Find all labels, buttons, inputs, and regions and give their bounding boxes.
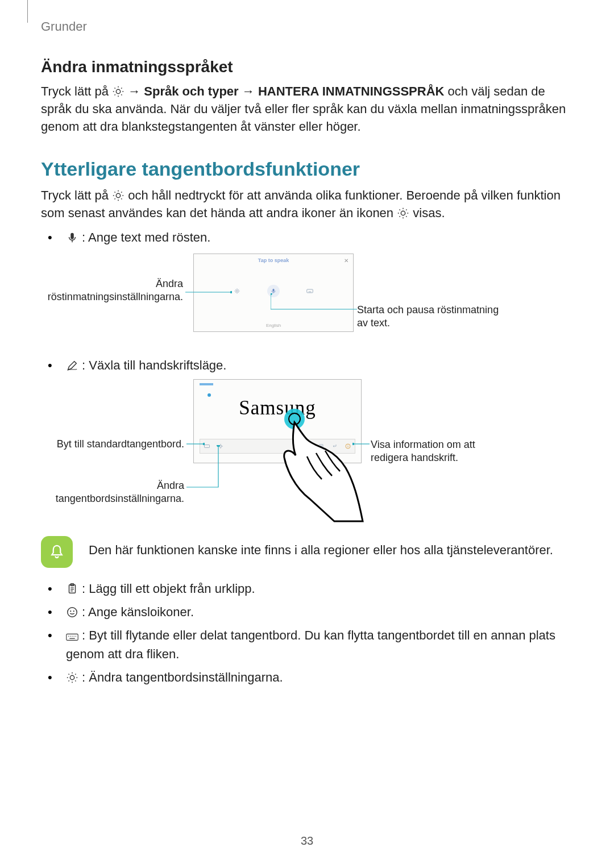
- text: Tryck lätt på: [41, 84, 112, 98]
- list-item-floating-keyboard: : Byt till flytande eller delat tangentb…: [48, 626, 573, 663]
- list-item-pen: : Växla till handskriftsläge.: [48, 356, 573, 375]
- text: Tryck lätt på: [41, 188, 112, 202]
- heading-change-input-language: Ändra inmatningsspråket: [41, 58, 573, 76]
- smile-icon: [66, 605, 78, 617]
- text-bold: Språk och typer: [144, 84, 238, 98]
- svg-rect-0: [70, 233, 74, 239]
- paragraph-change-input-language: Tryck lätt på → Språk och typer → HANTER…: [41, 83, 573, 135]
- gear-icon: [233, 287, 241, 295]
- list-item-text: : Växla till handskriftsläge.: [78, 358, 226, 372]
- list-item-clipboard: : Lägg till ett objekt från urklipp.: [48, 579, 573, 598]
- svg-point-41: [76, 636, 76, 637]
- callout-change-keyboard-settings: Ändra tangentbordsinställningarna.: [41, 479, 184, 506]
- enter-icon: [331, 443, 338, 450]
- svg-point-33: [68, 608, 77, 617]
- svg-point-40: [73, 636, 74, 637]
- svg-point-27: [352, 443, 354, 445]
- list-item-emoji: : Ange känsloikoner.: [48, 603, 573, 621]
- heading-more-keyboard-functions: Ytterligare tangentbordsfunktioner: [41, 158, 573, 180]
- svg-point-35: [73, 610, 74, 612]
- page-top-rule: [27, 0, 32, 23]
- gear-icon: [112, 189, 125, 202]
- panel-tab: [200, 383, 213, 385]
- svg-rect-5: [307, 289, 313, 293]
- svg-point-12: [271, 293, 272, 295]
- breadcrumb: Grunder: [41, 19, 573, 34]
- callout-voice-settings: Ändra röstinmatningsinställningarna.: [41, 277, 183, 304]
- svg-point-38: [70, 636, 70, 637]
- list-item-text: : Ange känsloikoner.: [78, 605, 194, 619]
- svg-rect-3: [273, 289, 275, 292]
- clipboard-icon: [66, 582, 78, 594]
- svg-point-19: [347, 445, 348, 445]
- text: →: [128, 84, 144, 98]
- callout-handwriting-info: Visa information om att redigera handskr…: [371, 438, 501, 465]
- svg-point-34: [70, 610, 71, 612]
- list-item-text: : Lägg till ett objekt från urklipp.: [78, 582, 255, 596]
- gear-icon: [397, 207, 409, 219]
- note-availability: Den här funktionen kanske inte finns i a…: [41, 536, 573, 568]
- close-icon: ✕: [344, 258, 349, 264]
- backspace-icon: [317, 443, 324, 450]
- list-item-keyboard-settings: : Ändra tangentbordsinställningarna.: [48, 668, 573, 687]
- info-icon: [345, 443, 351, 450]
- callout-start-pause-voice: Starta och pausa röstinmatning av text.: [357, 304, 505, 330]
- handwriting-sample: Samsung: [239, 397, 316, 420]
- gear-icon: [66, 670, 78, 683]
- keyboard-mode-icon: [66, 628, 78, 641]
- gear-icon: [112, 85, 125, 98]
- tap-to-speak-label: Tap to speak: [258, 258, 289, 263]
- svg-rect-36: [67, 634, 78, 641]
- paragraph-more-keyboard-functions: Tryck lätt på och håll nedtryckt för att…: [41, 187, 573, 222]
- text: visas.: [413, 206, 445, 220]
- page-number: 33: [0, 834, 614, 848]
- svg-point-11: [231, 291, 233, 293]
- pen-tip-icon: [206, 392, 212, 398]
- language-label: English: [266, 323, 281, 328]
- diagram-voice-input: Tap to speak ✕ English Ändra röstinmatni…: [41, 254, 575, 342]
- diagram-handwriting: Samsung Byt till standardtangentbo: [41, 379, 575, 527]
- text-bold: HANTERA INMATNINGSSPRÅK: [258, 84, 445, 98]
- list-item-mic: : Ange text med rösten.: [48, 228, 573, 247]
- svg-point-25: [217, 445, 220, 447]
- text: →: [242, 84, 258, 98]
- list-item-text: : Ange text med rösten.: [78, 230, 210, 244]
- svg-point-39: [72, 636, 72, 637]
- list-item-text: : Ändra tangentbordsinställningarna.: [78, 670, 283, 684]
- microphone-icon: [66, 230, 78, 243]
- callout-switch-standard-keyboard: Byt till standardtangentbord.: [41, 438, 184, 450]
- list-item-text: : Byt till flytande eller delat tangentb…: [66, 628, 555, 661]
- bell-icon: [41, 536, 73, 568]
- svg-point-37: [68, 636, 69, 637]
- svg-point-43: [70, 675, 74, 679]
- handwriting-toolbar: [200, 439, 355, 454]
- svg-point-13: [208, 393, 211, 397]
- pen-icon: [66, 358, 78, 371]
- svg-point-2: [236, 290, 238, 292]
- note-text: Den här funktionen kanske inte finns i a…: [89, 536, 553, 558]
